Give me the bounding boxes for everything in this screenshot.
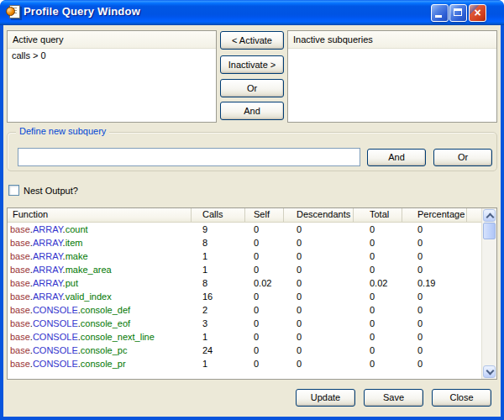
self-cell: 0 (245, 344, 284, 357)
table-row[interactable]: base.CONSOLE.console_def20000 (8, 303, 483, 317)
subquery-input[interactable] (18, 148, 360, 166)
orange-ball-icon (6, 7, 15, 16)
total-cell: 0 (354, 236, 402, 249)
self-cell: 0.02 (245, 276, 284, 290)
close-button[interactable]: Close (432, 389, 491, 407)
calls-cell: 9 (192, 223, 245, 236)
inactivate-button[interactable]: Inactivate > (220, 55, 284, 74)
self-cell: 0 (245, 249, 284, 263)
percentage-cell: 0 (402, 344, 467, 357)
inactive-subqueries-panel[interactable]: Inactive subqueries (287, 30, 497, 123)
scroll-thumb[interactable] (483, 223, 496, 239)
subquery-or-button[interactable]: Or (433, 149, 492, 166)
self-cell: 0 (245, 236, 284, 249)
table-row[interactable]: base.ARRAY.make10000 (8, 249, 483, 263)
column-header-self[interactable]: Self (245, 208, 284, 222)
titlebar[interactable]: Profile Query Window (0, 0, 504, 25)
descendants-cell: 0 (284, 344, 354, 357)
percentage-cell: 0 (402, 357, 467, 370)
column-header-calls[interactable]: Calls (192, 208, 245, 222)
active-query-list[interactable]: calls > 0 (8, 49, 216, 122)
table-row[interactable]: base.CONSOLE.console_pc240000 (8, 344, 483, 357)
minimize-icon (435, 15, 442, 18)
descendants-cell: 0 (284, 223, 354, 236)
close-window-button[interactable] (469, 4, 486, 22)
self-cell: 0 (245, 263, 284, 276)
total-cell: 0 (354, 290, 402, 303)
update-button[interactable]: Update (296, 389, 355, 407)
column-header-descendants[interactable]: Descendants (284, 208, 354, 222)
or-combine-button[interactable]: Or (220, 79, 284, 97)
descendants-cell: 0 (284, 330, 354, 344)
table-row[interactable]: base.ARRAY.put80.0200.020.19 (8, 276, 483, 290)
calls-cell: 8 (192, 276, 245, 290)
percentage-cell: 0 (402, 290, 467, 303)
table-row[interactable]: base.CONSOLE.console_pr10000 (8, 357, 483, 370)
percentage-cell: 0 (402, 303, 467, 317)
profile-query-window: Profile Query Window Active query calls … (0, 0, 504, 420)
table-row[interactable]: base.ARRAY.item80000 (8, 236, 483, 249)
table-row[interactable]: base.ARRAY.count90000 (8, 223, 483, 236)
inactive-subqueries-list[interactable] (288, 49, 496, 122)
maximize-icon (454, 8, 462, 16)
and-combine-button[interactable]: And (220, 102, 284, 120)
column-header-percentage[interactable]: Percentage (402, 208, 467, 222)
descendants-cell: 0 (284, 317, 354, 330)
active-query-item[interactable]: calls > 0 (8, 49, 216, 62)
total-cell: 0 (354, 330, 402, 344)
descendants-cell: 0 (284, 290, 354, 303)
function-name-cell: base.ARRAY.valid_index (8, 290, 192, 303)
table-scrollbar[interactable] (481, 208, 496, 379)
table-row[interactable]: base.CONSOLE.console_eof30000 (8, 317, 483, 330)
column-header-total[interactable]: Total (354, 208, 402, 222)
percentage-cell: 0 (402, 236, 467, 249)
self-cell: 0 (245, 303, 284, 317)
calls-cell: 1 (192, 263, 245, 276)
activate-button[interactable]: < Activate (220, 31, 284, 50)
percentage-cell: 0 (402, 223, 467, 236)
total-cell: 0 (354, 263, 402, 276)
function-name-cell: base.CONSOLE.console_next_line (8, 330, 192, 344)
define-subquery-label: Define new subquery (16, 126, 109, 136)
total-cell: 0.02 (354, 276, 402, 290)
total-cell: 0 (354, 357, 402, 370)
calls-cell: 1 (192, 357, 245, 370)
table-row[interactable]: base.ARRAY.valid_index160000 (8, 290, 483, 303)
calls-cell: 3 (192, 317, 245, 330)
calls-cell: 2 (192, 303, 245, 317)
total-cell: 0 (354, 303, 402, 317)
calls-cell: 16 (192, 290, 245, 303)
descendants-cell: 0 (284, 357, 354, 370)
nest-output-checkbox[interactable] (8, 185, 19, 196)
window-title: Profile Query Window (24, 5, 140, 18)
function-table: Function Calls Self Descendants Total Pe… (7, 207, 497, 380)
scroll-up-button[interactable] (483, 209, 496, 222)
chevron-down-icon (486, 367, 495, 375)
scroll-down-button[interactable] (483, 365, 496, 378)
function-name-cell: base.CONSOLE.console_pc (8, 344, 192, 357)
total-cell: 0 (354, 223, 402, 236)
minimize-button[interactable] (431, 4, 449, 22)
descendants-cell: 0 (284, 236, 354, 249)
active-query-header: Active query (8, 31, 216, 49)
column-header-function[interactable]: Function (8, 208, 192, 222)
define-subquery-group: Define new subquery And Or (7, 132, 497, 171)
subquery-and-button[interactable]: And (367, 149, 426, 166)
self-cell: 0 (245, 317, 284, 330)
calls-cell: 24 (192, 344, 245, 357)
calls-cell: 8 (192, 236, 245, 249)
percentage-cell: 0 (402, 330, 467, 344)
function-name-cell: base.ARRAY.put (8, 276, 192, 290)
maximize-button[interactable] (449, 4, 467, 22)
function-name-cell: base.ARRAY.make_area (8, 263, 192, 276)
active-query-panel[interactable]: Active query calls > 0 (7, 30, 217, 123)
save-button[interactable]: Save (364, 389, 423, 407)
inactive-subqueries-header: Inactive subqueries (288, 31, 496, 49)
percentage-cell: 0 (402, 249, 467, 263)
table-row[interactable]: base.ARRAY.make_area10000 (8, 263, 483, 276)
function-name-cell: base.ARRAY.item (8, 236, 192, 249)
function-name-cell: base.CONSOLE.console_eof (8, 317, 192, 330)
table-body: base.ARRAY.count90000base.ARRAY.item8000… (8, 223, 483, 379)
table-row[interactable]: base.CONSOLE.console_next_line10000 (8, 330, 483, 344)
nest-output-label[interactable]: Nest Output? (24, 185, 78, 197)
